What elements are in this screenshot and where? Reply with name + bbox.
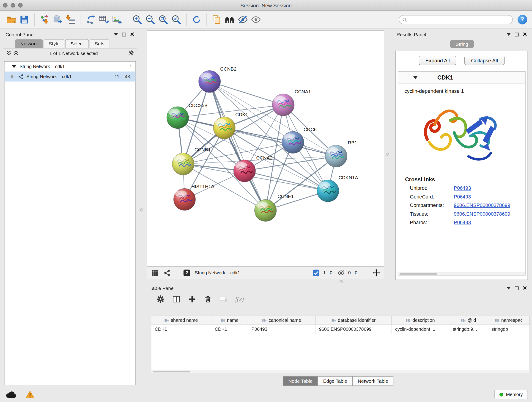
tab-network-table[interactable]: Network Table [352, 376, 393, 386]
crosslink-link[interactable]: 9606.ENSP00000378699 [454, 211, 510, 217]
memory-button[interactable]: Memory [494, 390, 528, 399]
copy-icon[interactable] [210, 13, 223, 26]
crosslink-link[interactable]: P06493 [454, 194, 471, 199]
new-network-icon[interactable] [84, 13, 97, 26]
column-header-namespac[interactable]: namespac [488, 316, 530, 325]
horizontal-splitter-handle[interactable] [340, 280, 342, 283]
column-header-shared-name[interactable]: shared name [151, 316, 211, 325]
gear-icon[interactable] [128, 50, 133, 57]
vertical-splitter-handle[interactable] [386, 153, 389, 156]
expand-all-networks-icon[interactable] [6, 50, 11, 57]
edge-CCNB2-CCNA1[interactable] [210, 82, 283, 105]
float-panel-icon[interactable] [515, 286, 519, 290]
show-all-icon[interactable] [249, 13, 262, 26]
function-builder-icon[interactable]: f(x) [235, 296, 244, 303]
search-input[interactable] [409, 17, 510, 22]
table-row[interactable]: CDK1CDK1P064939606.ENSP00000378699cyclin… [151, 325, 530, 334]
close-panel-icon[interactable]: ✕ [523, 32, 527, 37]
table-cell[interactable]: stringdb [488, 325, 530, 334]
node-HIST1H1A[interactable] [174, 188, 196, 211]
crosslink-link[interactable]: P06493 [454, 220, 471, 225]
tab-node-table[interactable]: Node Table [283, 376, 318, 386]
table-cell[interactable]: 9606.ENSP00000378699 [316, 325, 392, 334]
network-row-selected[interactable]: String Network – cdk1 11 48 [4, 71, 135, 82]
node-CCNA1[interactable] [272, 94, 294, 116]
zoom-selected-icon[interactable] [170, 13, 183, 26]
hide-selected-icon[interactable] [236, 13, 249, 26]
help-button[interactable]: ? [518, 15, 527, 25]
table-cell[interactable]: stringdb:9... [449, 325, 488, 334]
expand-all-button[interactable]: Expand All [419, 56, 456, 65]
gene-collapse-icon[interactable] [413, 76, 418, 79]
node-CDC6[interactable] [282, 131, 304, 153]
crosslink-link[interactable]: P06493 [454, 185, 471, 191]
delete-row-icon[interactable] [204, 295, 212, 303]
network-overview-icon[interactable] [223, 13, 236, 26]
import-network-file-icon[interactable] [38, 13, 51, 26]
open-session-icon[interactable] [5, 13, 18, 26]
import-table-file-icon[interactable] [64, 13, 77, 26]
node-CDK1[interactable] [213, 117, 235, 139]
edge-CCNB2-CCNE1[interactable] [210, 82, 266, 211]
share-network-icon[interactable] [163, 269, 171, 277]
gene-card-header[interactable]: CDK1 [398, 71, 525, 84]
node-CCNA2[interactable] [234, 160, 256, 182]
node-RB1[interactable] [325, 145, 347, 167]
crosslink-link[interactable]: 9606.ENSP00000378699 [454, 203, 510, 208]
node-CDKN1A[interactable] [317, 180, 339, 202]
table-cell[interactable]: CDK1 [211, 325, 248, 334]
collapse-panel-icon[interactable] [114, 33, 118, 36]
tab-sets[interactable]: Sets [89, 39, 109, 48]
edge-CDK1-RB1[interactable] [224, 128, 336, 156]
node-CCNB2[interactable] [199, 70, 221, 93]
cloud-icon[interactable] [6, 390, 17, 400]
network-canvas[interactable]: CCNB2CCNA1CDC25BCDK1CDC6RB1CCNB1CCNA2CDK… [147, 30, 384, 267]
table-settings-gear-icon[interactable] [157, 295, 165, 303]
tab-string[interactable]: String [450, 40, 474, 48]
table-cell[interactable]: P06493 [248, 325, 316, 334]
node-CCNB1[interactable] [172, 153, 194, 175]
column-header-name[interactable]: name [211, 316, 248, 325]
vertical-splitter-handle[interactable] [140, 208, 143, 211]
zoom-in-icon[interactable] [131, 13, 144, 26]
add-row-icon[interactable] [188, 295, 196, 303]
float-panel-icon[interactable] [122, 32, 126, 36]
close-panel-icon[interactable]: ✕ [130, 32, 134, 37]
hidden-eye-icon[interactable] [337, 269, 346, 277]
column-header-description[interactable]: description [392, 316, 450, 325]
collapse-all-networks-icon[interactable] [13, 50, 18, 57]
results-scrollbar[interactable] [398, 272, 525, 275]
tab-network[interactable]: Network [15, 39, 43, 48]
refresh-icon[interactable] [190, 13, 203, 26]
collapse-all-button[interactable]: Collapse All [464, 56, 504, 65]
selected-checkbox-icon[interactable] [312, 269, 320, 277]
column-header-database-identifier[interactable]: database identifier [316, 316, 392, 325]
save-session-icon[interactable] [18, 13, 31, 26]
new-table-icon[interactable] [97, 13, 110, 26]
zoom-fit-icon[interactable] [157, 13, 170, 26]
table-cell[interactable]: CDK1 [151, 325, 211, 334]
tree-expand-icon[interactable] [12, 65, 16, 68]
collapse-panel-icon[interactable] [507, 287, 511, 289]
column-header-@id[interactable]: @id [449, 316, 488, 325]
network-collection-row[interactable]: String Network – cdk1 1 [4, 62, 135, 72]
collapse-panel-icon[interactable] [507, 33, 511, 36]
show-columns-icon[interactable] [172, 295, 181, 303]
zoom-out-icon[interactable] [144, 13, 157, 26]
float-panel-icon[interactable] [515, 32, 519, 36]
import-network-database-icon[interactable] [51, 13, 64, 26]
edge-CDC6-CCNB1[interactable] [183, 142, 293, 164]
birdseye-view-icon[interactable] [182, 269, 191, 277]
grid-view-icon[interactable] [151, 269, 159, 277]
table-scrollbar[interactable] [151, 370, 530, 373]
tab-edge-table[interactable]: Edge Table [318, 376, 353, 386]
export-image-icon[interactable] [110, 13, 123, 26]
tab-style[interactable]: Style [44, 39, 65, 48]
table-cell[interactable]: cyclin-dependent ... [392, 325, 450, 334]
node-CDC25B[interactable] [167, 107, 189, 128]
warning-icon[interactable] [25, 390, 35, 400]
column-header-canonical-name[interactable]: canonical name [248, 316, 316, 325]
tab-select[interactable]: Select [65, 39, 89, 48]
node-CCNE1[interactable] [254, 199, 277, 221]
close-panel-icon[interactable]: ✕ [523, 285, 527, 291]
